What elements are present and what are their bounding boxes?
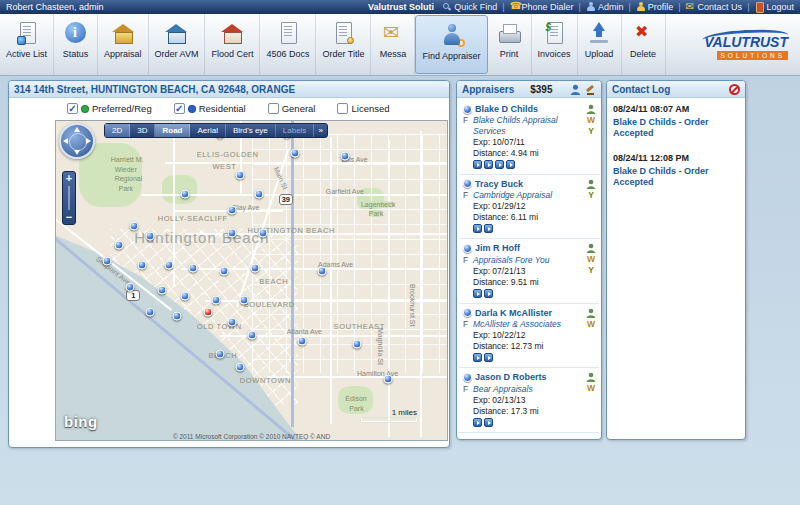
topbar-link-contact-us[interactable]: Contact Us	[686, 2, 743, 12]
map-nav-2d[interactable]: 2D	[105, 124, 130, 137]
toolbar-item-status[interactable]: Status	[54, 14, 98, 75]
action-icon[interactable]	[473, 160, 482, 169]
bing-logo[interactable]: bing	[64, 413, 98, 430]
appraiser-map-pin[interactable]	[181, 190, 190, 199]
assign-appraiser-icon[interactable]	[570, 84, 581, 95]
appraiser-map-pin[interactable]	[145, 308, 154, 317]
person-icon[interactable]	[586, 243, 596, 253]
map-nav-3d[interactable]: 3D	[130, 124, 155, 137]
appraiser-item-jason-d-roberts[interactable]: Jason D RobertsFBear AppraisalsExp: 02/1…	[459, 368, 599, 433]
appraiser-item-jim-r-hoff[interactable]: Jim R HoffFAppraisals Fore YouExp: 07/21…	[459, 239, 599, 304]
zoom-in-button[interactable]: +	[63, 172, 75, 185]
appraiser-name[interactable]: Tracy Buck	[475, 179, 523, 189]
appraiser-map-pin[interactable]	[251, 263, 260, 272]
action-icon[interactable]	[495, 160, 504, 169]
compass-control[interactable]	[59, 123, 95, 159]
toolbar-item-4506-docs[interactable]: 4506 Docs	[260, 14, 316, 75]
appraiser-map-pin[interactable]	[235, 171, 244, 180]
action-icon[interactable]	[484, 289, 493, 298]
pan-east-icon[interactable]	[86, 138, 91, 144]
map-nav-road[interactable]: Road	[155, 124, 190, 137]
zoom-control[interactable]: + −	[62, 171, 76, 225]
appraiser-map-pin[interactable]	[157, 286, 166, 295]
toolbar-item-order-avm[interactable]: Order AVM	[149, 14, 206, 75]
appraiser-map-pin[interactable]	[165, 260, 174, 269]
toolbar-item-upload[interactable]: Upload	[578, 14, 622, 75]
appraiser-map-pin[interactable]	[181, 292, 190, 301]
appraiser-map-pin[interactable]	[317, 266, 326, 275]
filter-residential[interactable]: ✓Residential	[174, 103, 246, 114]
appraiser-name[interactable]: Blake D Childs	[475, 104, 538, 114]
filter-licensed[interactable]: Licensed	[337, 103, 389, 114]
action-icon[interactable]	[484, 160, 493, 169]
appraiser-map-pin[interactable]	[138, 260, 147, 269]
toolbar-item-invoices[interactable]: Invoices	[532, 14, 578, 75]
toolbar-item-active-list[interactable]: Active List	[0, 14, 54, 75]
appraiser-map-pin[interactable]	[298, 337, 307, 346]
topbar-link-quick-find[interactable]: Quick Find	[442, 2, 497, 12]
appraiser-map-pin[interactable]	[341, 152, 350, 161]
appraiser-map-pin[interactable]	[290, 148, 299, 157]
appraiser-map-pin[interactable]	[227, 206, 236, 215]
person-icon[interactable]	[586, 104, 596, 114]
appraiser-map-pin[interactable]	[227, 228, 236, 237]
action-icon[interactable]	[484, 418, 493, 427]
pan-west-icon[interactable]	[63, 138, 68, 144]
checkbox[interactable]: ✓	[174, 103, 185, 114]
action-icon[interactable]	[506, 160, 515, 169]
appraiser-map-pin[interactable]	[114, 241, 123, 250]
subject-property-pin[interactable]	[204, 308, 213, 317]
appraiser-item-darla-k-mcallister[interactable]: Darla K McAllisterFMcAllister & Associat…	[459, 304, 599, 369]
action-icon[interactable]	[473, 353, 482, 362]
person-icon[interactable]	[586, 179, 596, 189]
topbar-link-phone-dialer[interactable]: Phone Dialer	[510, 2, 574, 12]
filter-general[interactable]: General	[268, 103, 316, 114]
appraiser-map-pin[interactable]	[188, 263, 197, 272]
zoom-out-button[interactable]: −	[63, 211, 75, 224]
appraiser-item-blake-d-childs[interactable]: Blake D ChildsFBlake Childs Appraisal Se…	[459, 100, 599, 175]
appraiser-map-pin[interactable]	[216, 349, 225, 358]
appraiser-map-pin[interactable]	[247, 330, 256, 339]
appraiser-map-pin[interactable]	[235, 362, 244, 371]
toolbar-item-print[interactable]: Print	[488, 14, 532, 75]
topbar-link-profile[interactable]: Profile	[636, 2, 674, 12]
appraiser-map-pin[interactable]	[102, 257, 111, 266]
pan-north-icon[interactable]	[74, 127, 80, 132]
toolbar-item-flood-cert[interactable]: Flood Cert	[205, 14, 260, 75]
appraiser-map-pin[interactable]	[126, 282, 135, 291]
appraiser-map-pin[interactable]	[212, 295, 221, 304]
action-icon[interactable]	[473, 418, 482, 427]
nav-expand-icon[interactable]: »	[314, 126, 326, 135]
appraiser-map-pin[interactable]	[255, 190, 264, 199]
toolbar-item-order-title[interactable]: Order Title	[316, 14, 371, 75]
appraiser-name[interactable]: Jim R Hoff	[475, 243, 520, 253]
map-nav-bird-s-eye[interactable]: Bird's eye	[226, 124, 276, 137]
action-icon[interactable]	[484, 224, 493, 233]
no-contact-icon[interactable]	[729, 84, 740, 95]
action-icon[interactable]	[473, 224, 482, 233]
checkbox[interactable]	[268, 103, 279, 114]
appraiser-map-pin[interactable]	[353, 340, 362, 349]
appraiser-map-pin[interactable]	[145, 231, 154, 240]
appraiser-map-pin[interactable]	[239, 295, 248, 304]
appraiser-name[interactable]: Jason D Roberts	[475, 372, 547, 382]
appraiser-item-tracy-buck[interactable]: Tracy BuckFCambridge AppraisalExp: 01/29…	[459, 175, 599, 240]
action-icon[interactable]	[473, 289, 482, 298]
appraiser-map-pin[interactable]	[173, 311, 182, 320]
person-icon[interactable]	[586, 308, 596, 318]
appraiser-name[interactable]: Darla K McAllister	[475, 308, 552, 318]
person-icon[interactable]	[586, 372, 596, 382]
pan-south-icon[interactable]	[74, 150, 80, 155]
toolbar-item-find-appraiser[interactable]: Find Appraiser	[415, 15, 487, 74]
toolbar-item-appraisal[interactable]: Appraisal	[98, 14, 149, 75]
toolbar-item-messa[interactable]: Messa	[371, 14, 415, 75]
filter-preferred-reg[interactable]: ✓Preferred/Reg	[67, 103, 152, 114]
appraiser-map-pin[interactable]	[384, 375, 393, 384]
action-icon[interactable]	[484, 353, 493, 362]
appraiser-map-pin[interactable]	[259, 228, 268, 237]
checkbox[interactable]: ✓	[67, 103, 78, 114]
map-nav-aerial[interactable]: Aerial	[190, 124, 225, 137]
appraiser-map-pin[interactable]	[130, 222, 139, 231]
topbar-link-admin[interactable]: Admin	[586, 2, 624, 12]
gavel-icon[interactable]	[585, 84, 596, 95]
